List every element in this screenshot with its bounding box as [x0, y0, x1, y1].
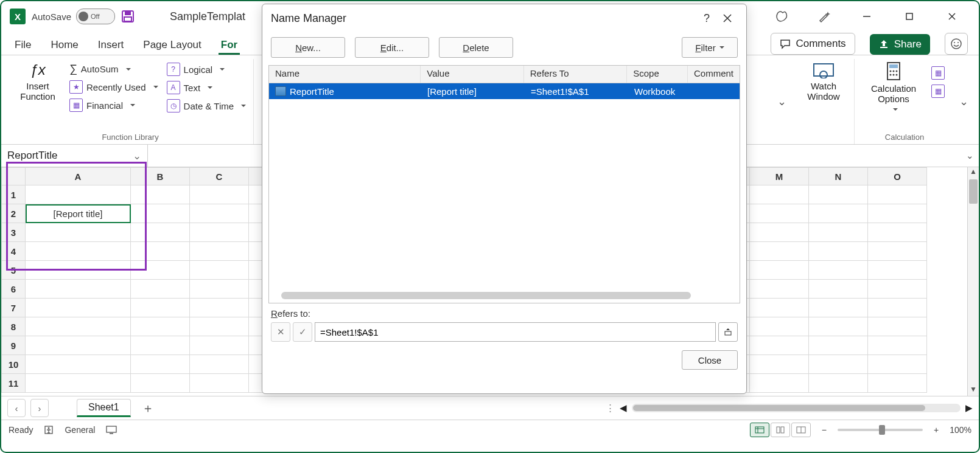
sheet-tab-sheet1[interactable]: Sheet1	[77, 399, 131, 417]
row-header-11[interactable]: 11	[2, 374, 26, 393]
cell-N3[interactable]	[809, 223, 868, 242]
cell-A9[interactable]	[26, 336, 131, 355]
chevron-down-icon[interactable]: ⌄	[133, 150, 141, 162]
row-header-6[interactable]: 6	[2, 280, 26, 299]
row-header-8[interactable]: 8	[2, 317, 26, 336]
cell-C1[interactable]	[190, 185, 249, 204]
cell-O5[interactable]	[868, 261, 927, 280]
cell-O9[interactable]	[868, 336, 927, 355]
cell-A4[interactable]	[26, 242, 131, 261]
cell-O4[interactable]	[868, 242, 927, 261]
row-header-1[interactable]: 1	[2, 185, 26, 204]
tab-home[interactable]: Home	[48, 35, 80, 55]
cell-M9[interactable]	[750, 336, 809, 355]
hscroll-right-arrow[interactable]: ▶	[965, 403, 973, 413]
cell-A1[interactable]	[26, 185, 131, 204]
cell-A6[interactable]	[26, 280, 131, 299]
cell-N6[interactable]	[809, 280, 868, 299]
zoom-handle[interactable]	[879, 425, 885, 435]
cell-N8[interactable]	[809, 317, 868, 336]
cell-C2[interactable]	[190, 204, 249, 223]
cell-C9[interactable]	[190, 336, 249, 355]
names-list-row[interactable]: ReportTitle [Report title] =Sheet1!$A$1 …	[269, 83, 740, 99]
cell-A5[interactable]	[26, 261, 131, 280]
cell-A2[interactable]: [Report title]	[26, 204, 131, 223]
names-list[interactable]: Name Value Refers To Scope Comment Repor…	[268, 65, 740, 303]
cell-A3[interactable]	[26, 223, 131, 242]
vertical-scrollbar[interactable]: ▲ ▼	[967, 167, 979, 396]
cell-M4[interactable]	[750, 242, 809, 261]
cell-B5[interactable]	[131, 261, 190, 280]
select-all-corner[interactable]	[2, 168, 26, 185]
filter-button[interactable]: Filter	[682, 37, 738, 58]
refers-cancel-button[interactable]: ✕	[271, 322, 290, 342]
formula-bar-expand[interactable]: ⌄	[961, 150, 979, 161]
watch-window-button[interactable]: Watch Window	[798, 59, 849, 105]
cell-O10[interactable]	[868, 355, 927, 374]
copilot-icon[interactable]	[769, 5, 794, 27]
cell-O3[interactable]	[868, 223, 927, 242]
cell-M10[interactable]	[750, 355, 809, 374]
minimize-button[interactable]	[855, 5, 879, 27]
zoom-level[interactable]: 100%	[950, 425, 971, 435]
cell-N2[interactable]	[809, 204, 868, 223]
recently-used-button[interactable]: ★Recently Used	[67, 79, 161, 95]
cell-B3[interactable]	[131, 223, 190, 242]
delete-button[interactable]: Delete	[439, 37, 513, 58]
cell-B11[interactable]	[131, 374, 190, 393]
cell-N11[interactable]	[809, 374, 868, 393]
name-box[interactable]: ReportTitle ⌄	[1, 145, 148, 167]
maximize-button[interactable]	[897, 5, 922, 27]
col-header-B[interactable]: B	[131, 168, 190, 185]
feedback-button[interactable]	[945, 33, 968, 55]
scroll-down-arrow[interactable]: ▼	[970, 385, 977, 396]
zoom-in-button[interactable]: +	[934, 425, 939, 435]
cell-M7[interactable]	[750, 299, 809, 317]
dialog-help-button[interactable]: ?	[696, 8, 717, 29]
sheet-nav-prev[interactable]: ‹	[7, 399, 26, 417]
cell-O6[interactable]	[868, 280, 927, 299]
cell-C5[interactable]	[190, 261, 249, 280]
cell-M3[interactable]	[750, 223, 809, 242]
cell-M8[interactable]	[750, 317, 809, 336]
tab-file[interactable]: File	[12, 35, 33, 55]
zoom-out-button[interactable]: −	[822, 425, 827, 435]
autosave-control[interactable]: AutoSave Off	[32, 9, 115, 24]
col-header-O[interactable]: O	[868, 168, 927, 185]
tab-insert[interactable]: Insert	[96, 35, 127, 55]
hscroll-thumb[interactable]	[633, 405, 925, 411]
horizontal-scrollbar[interactable]	[632, 404, 961, 412]
close-button[interactable]: Close	[682, 350, 738, 370]
row-header-4[interactable]: 4	[2, 242, 26, 261]
financial-button[interactable]: ▦Financial	[67, 97, 161, 113]
ribbon-collapse-chevron[interactable]: ⌄	[954, 59, 973, 144]
cell-B7[interactable]	[131, 299, 190, 317]
date-time-button[interactable]: ◷Date & Time	[164, 98, 249, 114]
cell-N10[interactable]	[809, 355, 868, 374]
cell-N4[interactable]	[809, 242, 868, 261]
sheet-nav-next[interactable]: ›	[30, 399, 49, 417]
display-settings-icon[interactable]	[106, 426, 117, 434]
cell-B8[interactable]	[131, 317, 190, 336]
col-header-N[interactable]: N	[809, 168, 868, 185]
tab-page-layout[interactable]: Page Layout	[141, 35, 203, 55]
view-page-break[interactable]	[791, 423, 811, 437]
row-header-7[interactable]: 7	[2, 299, 26, 317]
scroll-up-arrow[interactable]: ▲	[970, 167, 977, 178]
cell-C3[interactable]	[190, 223, 249, 242]
refers-accept-button[interactable]: ✓	[293, 322, 312, 342]
ribbon-more-chevron[interactable]: ⌄	[772, 59, 791, 144]
logical-button[interactable]: ?Logical	[164, 61, 249, 77]
cell-B9[interactable]	[131, 336, 190, 355]
cell-O8[interactable]	[868, 317, 927, 336]
cell-O2[interactable]	[868, 204, 927, 223]
comments-button[interactable]: Comments	[771, 33, 855, 55]
view-page-layout[interactable]	[771, 423, 790, 437]
col-name[interactable]: Name	[269, 66, 421, 83]
calc-sheet-button[interactable]: ▦	[929, 83, 947, 99]
zoom-slider[interactable]	[838, 429, 923, 431]
col-value[interactable]: Value	[421, 66, 524, 83]
cell-A11[interactable]	[26, 374, 131, 393]
edit-button[interactable]: Edit...	[355, 37, 429, 58]
cell-A10[interactable]	[26, 355, 131, 374]
